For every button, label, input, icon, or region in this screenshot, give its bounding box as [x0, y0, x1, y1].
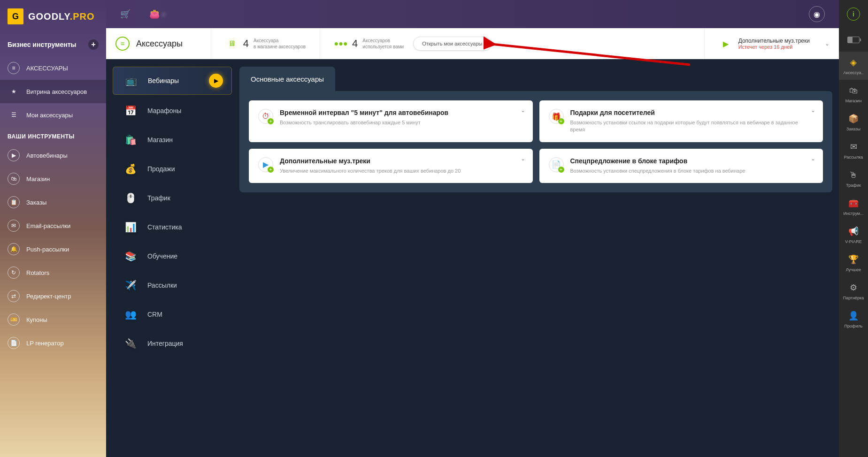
nav-label: Витрина аксессуаров — [26, 88, 87, 95]
category-label: Статистика — [147, 223, 182, 231]
right-nav-0[interactable]: ◈Аксессуа.. — [839, 52, 868, 80]
category-Трафик[interactable]: 🖱️Трафик — [113, 185, 232, 211]
wallet-icon[interactable]: 👛 ₽ — [149, 9, 166, 19]
category-Продажи[interactable]: 💰Продажи — [113, 156, 232, 182]
right-nav-icon: ✉ — [847, 141, 860, 153]
open-my-accessories-button[interactable]: Открыть мои аксессуары — [413, 37, 491, 51]
right-nav-label: Профиль — [845, 324, 863, 328]
category-icon: 💰 — [121, 162, 140, 175]
header-row: ≡ Аксессуары 🖥 4 Аксессуарав магазине ак… — [106, 28, 839, 59]
accessory-card-1[interactable]: 🎁Подарки для посетителейВозможность уста… — [539, 100, 823, 142]
category-label: CRM — [147, 311, 162, 318]
battery-icon — [847, 37, 860, 43]
right-nav-6[interactable]: 📢V-PIARE — [839, 221, 868, 249]
accessories-icon: ≡ — [115, 37, 130, 51]
right-nav-label: Магазин — [845, 99, 862, 103]
category-icon: 👥 — [121, 308, 140, 321]
nav-accessory-2[interactable]: ☰Мои аксессуары — [0, 103, 106, 127]
track-info-block[interactable]: ▶ Дополнительные муз.треки Истечет через… — [704, 28, 830, 59]
category-CRM[interactable]: 👥CRM — [113, 301, 232, 328]
nav-icon: 🎫 — [8, 313, 20, 326]
right-nav-1[interactable]: 🛍Магазин — [839, 80, 868, 108]
category-icon: 🖱️ — [121, 191, 140, 205]
nav-tool-7[interactable]: 🎫Купоны — [0, 308, 106, 331]
accessory-card-2[interactable]: ▶Дополнительные муз.трекиУвеличение макс… — [249, 149, 533, 183]
right-nav-2[interactable]: 📦Заказы — [839, 108, 868, 136]
nav-tool-8[interactable]: 📄LP генератор — [0, 331, 106, 355]
nav-label: Заказы — [26, 199, 46, 206]
right-nav-5[interactable]: 🧰Инструм... — [839, 192, 868, 221]
play-icon: ▶ — [209, 74, 223, 88]
right-nav-9[interactable]: 👤Профиль — [839, 305, 868, 333]
nav-accessory-1[interactable]: ★Витрина аксессуаров — [0, 80, 106, 103]
category-icon: 📚 — [121, 250, 140, 263]
right-nav-label: Заказы — [846, 127, 860, 131]
nav-label: Мои аксессуары — [26, 112, 73, 119]
fingerprint-icon[interactable]: ◉ — [809, 6, 825, 22]
accessory-card-0[interactable]: ⏱Временной интервал "5 минут" для автове… — [249, 100, 533, 142]
logo-badge: G — [8, 8, 23, 24]
add-tool-button[interactable]: + — [88, 39, 99, 50]
nav-icon: ✉ — [8, 220, 20, 232]
card-icon: 🎁 — [549, 109, 564, 124]
category-Обучение[interactable]: 📚Обучение — [113, 243, 232, 269]
category-label: Продажи — [147, 165, 175, 173]
right-nav-4[interactable]: 🖱Трафик — [839, 164, 868, 192]
right-nav-icon: 📢 — [847, 225, 860, 237]
right-nav-icon: 👤 — [847, 310, 860, 322]
category-Магазин[interactable]: 🛍️Магазин — [113, 127, 232, 153]
info-button[interactable]: i — [839, 0, 868, 28]
category-Марафоны[interactable]: 📅Марафоны — [113, 98, 232, 124]
stat-used-count: ●●● 4 Аксессуаровиспользуется вами Откры… — [320, 28, 505, 59]
right-nav-label: Трафик — [846, 183, 860, 188]
nav-tool-0[interactable]: ▶Автовебинары — [0, 144, 106, 167]
category-label: Магазин — [147, 136, 173, 144]
chevron-down-icon: ⌄ — [521, 155, 525, 162]
right-nav-3[interactable]: ✉Рассылка — [839, 136, 868, 164]
category-Рассылки[interactable]: ✈️Рассылки — [113, 272, 232, 298]
category-label: Вебинары — [148, 77, 179, 84]
nav-icon: 📋 — [8, 196, 20, 208]
nav-icon: ▶ — [8, 149, 20, 161]
card-icon: 📄 — [549, 157, 564, 172]
monitor-icon: 🖥 — [225, 39, 238, 48]
category-sidebar: 📺Вебинары▶📅Марафоны🛍️Магазин💰Продажи🖱️Тр… — [113, 67, 232, 359]
logo-text: GOODLY.PRO — [28, 11, 95, 22]
right-nav-label: Рассылка — [844, 155, 863, 160]
right-nav-icon: 🏆 — [847, 253, 860, 266]
category-label: Обучение — [147, 252, 177, 260]
category-label: Интеграция — [147, 340, 183, 347]
logo[interactable]: G GOODLY.PRO — [0, 0, 106, 33]
left-sidebar: G GOODLY.PRO Бизнес инструменты + ≡АКСЕС… — [0, 0, 106, 457]
category-icon: 📅 — [121, 104, 140, 117]
nav-tool-1[interactable]: 🛍Магазин — [0, 167, 106, 190]
nav-label: АКСЕССУАРЫ — [26, 65, 68, 72]
right-nav-label: V-PIARE — [845, 239, 862, 244]
category-Интеграция[interactable]: 🔌Интеграция — [113, 330, 232, 357]
category-Статистика[interactable]: 📊Статистика — [113, 214, 232, 240]
card-title: Подарки для посетителей — [570, 109, 814, 116]
top-bar: 🛒 👛 ₽ ◉ — [106, 0, 839, 28]
nav-icon: ★ — [8, 85, 20, 98]
card-title: Спецпредложение в блоке тарифов — [570, 157, 814, 165]
nav-tool-4[interactable]: 🔔Push-рассылки — [0, 237, 106, 261]
play-icon: ▶ — [719, 38, 733, 49]
category-Вебинары[interactable]: 📺Вебинары▶ — [113, 67, 232, 95]
right-nav-8[interactable]: ⚙Партнёрка — [839, 277, 868, 305]
right-nav-label: Аксессуа.. — [844, 70, 864, 75]
accessory-card-3[interactable]: 📄Спецпредложение в блоке тарифовВозможно… — [539, 149, 823, 183]
nav-accessory-0[interactable]: ≡АКСЕССУАРЫ — [0, 56, 106, 80]
category-label: Рассылки — [147, 282, 177, 289]
nav-tool-6[interactable]: ⇄Редирект-центр — [0, 284, 106, 308]
nav-tool-5[interactable]: ↻Rotators — [0, 261, 106, 284]
chevron-down-icon: ⌄ — [521, 107, 525, 114]
chevron-down-icon: ⌄ — [811, 155, 815, 162]
right-sidebar: i ◈Аксессуа..🛍Магазин📦Заказы✉Рассылка🖱Тр… — [839, 0, 868, 457]
cart-icon[interactable]: 🛒 — [120, 9, 131, 19]
nav-icon: 🛍 — [8, 173, 20, 185]
category-label: Трафик — [147, 194, 170, 202]
nav-tool-2[interactable]: 📋Заказы — [0, 190, 106, 214]
right-nav-7[interactable]: 🏆Лучшее — [839, 249, 868, 277]
right-nav-icon: ⚙ — [847, 282, 860, 294]
nav-tool-3[interactable]: ✉Email-рассылки — [0, 214, 106, 237]
